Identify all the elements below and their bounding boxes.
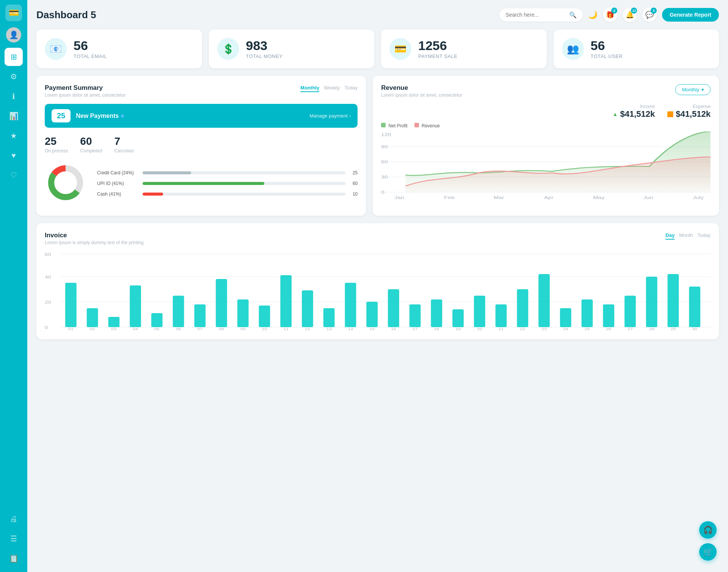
svg-text:Feb: Feb — [444, 196, 455, 200]
sidebar-item-star[interactable]: ★ — [5, 127, 23, 145]
user-value: 56 — [591, 39, 623, 53]
svg-text:10: 10 — [262, 327, 267, 331]
svg-point-3 — [55, 172, 76, 193]
svg-text:02: 02 — [90, 327, 95, 331]
tab-weekly[interactable]: Weekly — [324, 84, 340, 92]
support-fab[interactable]: 🎧 — [699, 521, 717, 539]
payment-summary-tabs: Monthly Weekly Today — [300, 84, 358, 92]
user-stat-info: 56 TOTAL USER — [591, 39, 623, 59]
expense-label: Expense — [667, 104, 711, 109]
sidebar-item-chart[interactable]: 📊 — [5, 107, 23, 125]
svg-rect-66 — [474, 296, 485, 327]
svg-text:18: 18 — [434, 327, 439, 331]
new-payments-label: New Payments — [76, 113, 124, 119]
payment-label: PAYMENT SALE — [418, 53, 458, 59]
svg-rect-40 — [194, 304, 206, 327]
revenue-expense: Expense 🟧 $41,512k — [667, 104, 711, 119]
new-payments-dot — [121, 114, 124, 118]
progress-upi: UPI ID (41%) 60 — [97, 181, 358, 186]
svg-text:60: 60 — [381, 160, 388, 164]
svg-rect-84 — [668, 274, 679, 327]
svg-text:21: 21 — [499, 327, 504, 331]
legend-revenue: Revenue — [414, 123, 440, 129]
stat-completed: 60 Completed — [80, 135, 102, 154]
invoice-chart: 0 20 40 60 01 02 03 04 — [45, 251, 711, 331]
svg-rect-34 — [130, 285, 141, 327]
svg-rect-74 — [560, 308, 571, 327]
theme-toggle-icon[interactable]: 🌙 — [588, 10, 598, 19]
svg-text:14: 14 — [348, 327, 353, 331]
sidebar-avatar[interactable]: 👤 — [6, 27, 21, 42]
svg-text:16: 16 — [391, 327, 396, 331]
svg-text:30: 30 — [381, 175, 388, 179]
revenue-dropdown[interactable]: Monthly ▾ — [675, 84, 711, 95]
legend-net-profit: Net Profit — [381, 123, 407, 129]
sidebar-item-dashboard[interactable]: ⊞ — [5, 48, 23, 66]
money-stat-info: 983 TOTAL MONEY — [246, 39, 283, 59]
svg-text:0: 0 — [45, 325, 48, 330]
search-icon[interactable]: 🔍 — [569, 11, 577, 19]
svg-rect-76 — [582, 299, 593, 327]
svg-text:03: 03 — [111, 327, 117, 331]
floating-actions: 🎧 🛒 — [699, 521, 717, 561]
on-process-num: 25 — [45, 135, 68, 147]
svg-rect-64 — [452, 309, 464, 327]
email-stat-info: 56 TOTAL EMAIL — [74, 39, 107, 59]
donut-chart — [45, 162, 86, 205]
svg-text:11: 11 — [283, 327, 289, 331]
svg-rect-46 — [259, 306, 270, 327]
tab-today[interactable]: Today — [345, 84, 358, 92]
sidebar-item-heart2[interactable]: ♡ — [5, 166, 23, 184]
generate-report-button[interactable]: Generate Report — [662, 8, 719, 22]
progress-val-credit: 25 — [349, 170, 358, 176]
svg-rect-50 — [302, 290, 313, 327]
revenue-card-header: Revenue Lorem ipsum dolor sit amet, cons… — [381, 84, 711, 98]
gift-icon-btn[interactable]: 🎁 2 — [603, 8, 617, 22]
payment-stats-row: 25 On process 60 Completed 7 Canceled — [45, 135, 358, 154]
progress-cash: Cash (41%) 10 — [97, 191, 358, 197]
payment-summary-subtitle: Lorem ipsum dolor sit amet, consectetur — [45, 92, 126, 98]
tab-month[interactable]: Month — [679, 232, 693, 240]
svg-text:May: May — [593, 196, 605, 200]
svg-text:22: 22 — [520, 327, 526, 331]
revenue-title-group: Revenue Lorem ipsum dolor sit amet, cons… — [381, 84, 462, 98]
money-icon: 💲 — [217, 38, 239, 60]
chat-icon-btn[interactable]: 💬 5 — [642, 8, 657, 22]
svg-rect-70 — [517, 289, 528, 327]
tab-monthly[interactable]: Monthly — [300, 84, 319, 92]
bell-icon-btn[interactable]: 🔔 12 — [623, 8, 637, 22]
stat-card-money: 💲 983 TOTAL MONEY — [209, 30, 375, 68]
email-icon: 📧 — [45, 38, 67, 60]
sidebar-item-print[interactable]: 🖨 — [5, 510, 23, 528]
payment-value: 1256 — [418, 39, 458, 53]
svg-text:60: 60 — [45, 252, 51, 257]
svg-text:July: July — [693, 196, 704, 200]
sidebar-item-info[interactable]: ℹ — [5, 87, 23, 105]
cart-fab[interactable]: 🛒 — [699, 543, 717, 561]
money-value: 983 — [246, 39, 283, 53]
sidebar-item-doc[interactable]: 📋 — [5, 549, 23, 567]
tab-today[interactable]: Today — [697, 232, 711, 240]
manage-payment-link[interactable]: Manage payment › — [309, 113, 351, 119]
progress-bar-bg-upi — [143, 182, 345, 185]
sidebar-item-settings[interactable]: ⚙ — [5, 67, 23, 86]
payment-detail: Credit Card (24%) 25 UPI ID (41%) 60 — [45, 162, 358, 205]
svg-text:29: 29 — [671, 327, 676, 331]
search-input[interactable] — [505, 12, 566, 18]
sidebar-item-list[interactable]: ☰ — [5, 530, 23, 548]
main-content: Dashboard 5 🔍 🌙 🎁 2 🔔 12 💬 5 Generate Re… — [27, 0, 728, 572]
sidebar-item-heart[interactable]: ♥ — [5, 146, 23, 165]
progress-bar-bg-credit — [143, 171, 345, 174]
new-payments-left: 25 New Payments — [52, 109, 124, 122]
sidebar-logo[interactable]: 💳 — [5, 5, 22, 21]
progress-bar-bg-cash — [143, 193, 345, 196]
svg-text:09: 09 — [240, 327, 246, 331]
chevron-down-icon: ▾ — [701, 87, 704, 92]
svg-text:26: 26 — [606, 327, 611, 331]
on-process-desc: On process — [45, 148, 68, 154]
chat-badge: 5 — [651, 8, 657, 14]
payment-summary-title: Payment Summary — [45, 84, 126, 92]
svg-text:12: 12 — [305, 327, 310, 331]
tab-day[interactable]: Day — [665, 232, 675, 240]
stat-canceled: 7 Canceled — [114, 135, 133, 154]
